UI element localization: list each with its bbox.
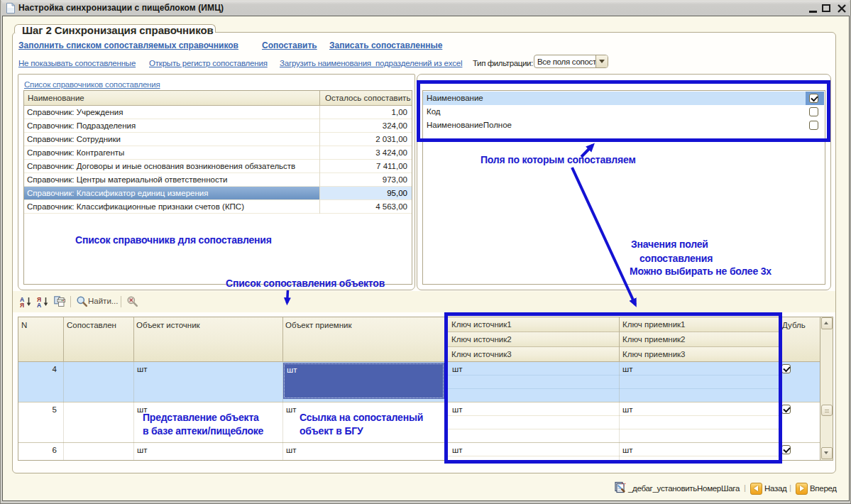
- svg-text:Я: Я: [20, 302, 24, 308]
- svg-text:А: А: [37, 302, 41, 308]
